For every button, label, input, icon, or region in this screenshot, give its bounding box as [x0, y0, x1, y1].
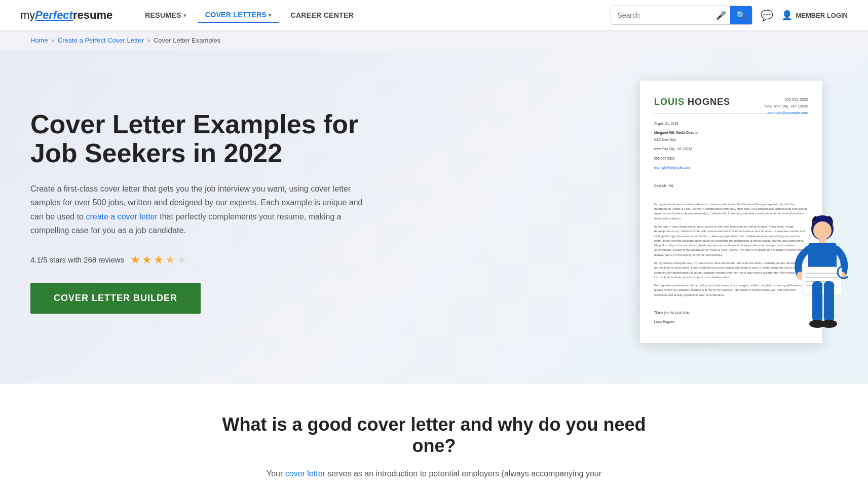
preview-email: example@example.com: [765, 110, 808, 117]
star-5: ★: [177, 253, 187, 267]
cover-letter-link[interactable]: cover letter: [285, 469, 325, 478]
preview-city: New York City , NY 10020: [765, 103, 808, 110]
logo[interactable]: myPerfectresume: [20, 9, 112, 22]
main-header: myPerfectresume RESUMES ▾ COVER LETTERS …: [0, 0, 868, 30]
main-nav: RESUMES ▾ COVER LETTERS ▾ CAREER CENTER: [138, 8, 606, 23]
preview-greeting: Dear Ms. Hill,: [654, 183, 808, 189]
chevron-down-icon: ▾: [183, 13, 186, 18]
nav-item-resumes[interactable]: RESUMES ▾: [138, 8, 193, 22]
rating-score: 4.1/5 stars with 268 reviews: [30, 255, 124, 264]
preview-name: LOUIS HOGNES: [654, 97, 730, 107]
star-rating: ★ ★ ★ ★ ★: [130, 253, 187, 267]
preview-recipient-address: New York City , NY 10012: [654, 146, 808, 152]
nav-item-cover-letters[interactable]: COVER LETTERS ▾: [198, 8, 279, 23]
svg-rect-13: [824, 281, 834, 322]
user-icon: 👤: [781, 10, 792, 21]
cover-letter-builder-button[interactable]: COVER LETTER BUILDER: [30, 283, 201, 314]
lower-section: What is a good cover letter and why do y…: [0, 384, 868, 488]
lower-description: Your cover letter serves as an introduct…: [206, 467, 662, 480]
chevron-down-icon: ▾: [269, 12, 271, 18]
hero-content: Cover Letter Examples for Job Seekers in…: [30, 110, 385, 314]
search-container: 🎤 🔍: [611, 6, 752, 25]
preview-recipient-phone: 555-555-5555: [654, 156, 808, 161]
logo-my: my: [20, 9, 35, 21]
lower-title: What is a good cover letter and why do y…: [206, 414, 662, 457]
preview-first-name: LOUIS: [654, 97, 685, 107]
svg-point-2: [813, 221, 832, 240]
lower-desc-part1: Your: [267, 469, 285, 478]
star-2: ★: [142, 253, 152, 267]
search-button[interactable]: 🔍: [730, 6, 752, 24]
preview-date: August 21, 2019: [654, 121, 808, 126]
star-4: ★: [165, 253, 175, 267]
svg-point-15: [821, 320, 837, 328]
create-cover-letter-link[interactable]: create a cover letter: [86, 212, 157, 221]
preview-recipient-email: example@example.com: [654, 165, 808, 170]
search-input[interactable]: [611, 6, 712, 24]
hero-description: Create a first-class cover letter that g…: [30, 182, 375, 237]
nav-career-center-label: CAREER CENTER: [291, 11, 354, 19]
member-login-label: MEMBER LOGIN: [796, 12, 848, 19]
preview-last-name: HOGNES: [685, 97, 730, 107]
lower-desc-part2: serves as an introduction to potential e…: [325, 469, 601, 478]
breadcrumb-current: Cover Letter Examples: [154, 36, 220, 44]
chat-icon[interactable]: 💬: [761, 9, 773, 21]
breadcrumb-sep-2: »: [147, 36, 150, 44]
cover-letter-preview-area: LOUIS HOGNES 555-555-5555 New York City …: [625, 81, 838, 343]
logo-perfect: Perfect: [35, 9, 73, 21]
star-3: ★: [154, 253, 164, 267]
preview-contact: 555-555-5555 New York City , NY 10020 ex…: [765, 97, 808, 116]
illustration-figure: [772, 201, 848, 343]
rating-row: 4.1/5 stars with 268 reviews ★ ★ ★ ★ ★: [30, 253, 385, 267]
page-title: Cover Letter Examples for Job Seekers in…: [30, 110, 385, 168]
preview-phone: 555-555-5555: [765, 97, 808, 103]
breadcrumb: Home » Create a Perfect Cover Letter » C…: [0, 30, 868, 50]
breadcrumb-home[interactable]: Home: [30, 36, 48, 44]
preview-recipient-name: Margaret Hill, Media Director: [654, 130, 808, 135]
nav-item-career-center[interactable]: CAREER CENTER: [284, 8, 361, 22]
nav-resumes-label: RESUMES: [145, 11, 181, 19]
svg-rect-12: [812, 281, 822, 322]
member-login-button[interactable]: 👤 MEMBER LOGIN: [781, 10, 848, 21]
breadcrumb-create[interactable]: Create a Perfect Cover Letter: [58, 36, 144, 44]
microphone-button[interactable]: 🎤: [712, 11, 730, 20]
logo-resume: resume: [73, 9, 112, 21]
breadcrumb-sep-1: »: [51, 36, 55, 44]
preview-recipient-company: NBC New York: [654, 137, 808, 142]
search-icon: 🔍: [736, 11, 746, 20]
nav-cover-letters-label: COVER LETTERS: [205, 11, 267, 19]
star-1: ★: [130, 253, 140, 267]
hero-section: Cover Letter Examples for Job Seekers in…: [0, 50, 868, 384]
